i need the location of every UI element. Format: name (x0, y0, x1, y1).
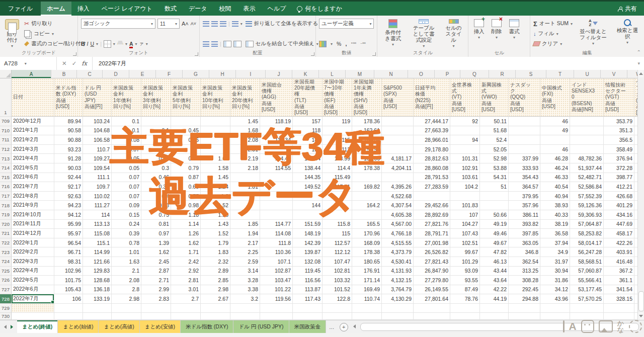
cell[interactable]: 2021年12月 (12, 229, 54, 238)
cell[interactable]: 0.1 (112, 126, 141, 136)
cell[interactable] (141, 135, 171, 145)
cell[interactable]: 111.8 (260, 238, 293, 248)
cell[interactable]: 51,937.44 (570, 163, 604, 173)
conditional-formatting-button[interactable]: 条件付き書式▾ (380, 18, 405, 49)
cell[interactable]: 1.71 (171, 247, 201, 257)
cell[interactable]: 178.38 (352, 163, 382, 173)
underline-button[interactable]: U (91, 41, 95, 47)
cell[interactable]: 109.27 (83, 154, 112, 163)
cell[interactable]: 27,821.43 (414, 257, 450, 267)
merge-center-button[interactable]: セルを結合して中央揃え▾ (246, 39, 318, 48)
cell[interactable]: 2.31 (230, 145, 260, 154)
cell[interactable] (352, 304, 382, 313)
cell[interactable]: 178.38 (352, 247, 382, 257)
cell[interactable]: 3.01 (171, 285, 201, 295)
cell[interactable]: 0.35 (141, 154, 171, 163)
cell[interactable]: 55,566.41 (570, 276, 604, 285)
cell[interactable]: 92.44 (54, 173, 83, 183)
cell[interactable]: 4,395.26 (382, 182, 414, 192)
cell[interactable] (201, 304, 230, 313)
cell[interactable] (509, 145, 540, 154)
cell[interactable]: 28,892.69 (414, 210, 450, 220)
cell[interactable]: 0.98 (171, 201, 201, 210)
cell[interactable]: 119 (323, 117, 352, 126)
cell[interactable]: 4,132.15 (382, 276, 414, 285)
cell[interactable]: 2022年1月 (12, 238, 54, 248)
row-number[interactable]: 728 (0, 294, 12, 304)
column-letter-K[interactable]: K (292, 70, 319, 78)
cell[interactable]: 109.54 (83, 163, 112, 173)
cell[interactable] (323, 304, 352, 313)
cell[interactable] (604, 304, 634, 313)
cell[interactable]: 42.22 (480, 285, 509, 295)
cell[interactable]: 358.49 (604, 145, 634, 154)
cell[interactable]: 27,001.98 (414, 238, 450, 248)
cell[interactable] (414, 192, 450, 201)
cell[interactable]: 104.2 (450, 182, 480, 192)
menu-tab-数式[interactable]: 数式 (158, 2, 183, 16)
currency-button[interactable] (319, 41, 327, 47)
cell[interactable]: 30.94 (540, 267, 570, 276)
cell[interactable]: 101.52 (323, 285, 352, 295)
vertical-scrollbar[interactable] (637, 70, 644, 320)
header-cell[interactable]: 米国政策 金利 10年債利 回り[%] (201, 78, 230, 117)
cell[interactable]: 36.58 (540, 229, 570, 238)
cell[interactable]: 50.11 (480, 117, 509, 126)
column-letter-H[interactable]: H (209, 70, 236, 78)
fill-color-button[interactable] (117, 41, 123, 47)
row-number[interactable]: 730 (0, 313, 12, 320)
cell[interactable]: 0.81 (141, 220, 171, 229)
cell[interactable]: 0.86 (171, 154, 201, 163)
cell[interactable]: 0.15 (112, 210, 141, 220)
cell[interactable] (201, 145, 230, 154)
cell[interactable]: 93.55 (450, 276, 480, 285)
cell[interactable]: 4,181.17 (382, 154, 414, 163)
cell[interactable]: 28,860.08 (414, 163, 450, 173)
sheet-tab[interactable]: 米ドル指数 (DXY) (181, 320, 234, 333)
column-letter-L[interactable]: L (319, 70, 346, 78)
dialog-launcher-icon[interactable] (311, 52, 314, 56)
header-cell[interactable]: 新興国株 式 (VWO) 高値 [USD] (480, 78, 509, 117)
cell[interactable]: 46.24 (540, 163, 570, 173)
cell[interactable]: 2.99 (141, 285, 171, 295)
cell[interactable]: 27,444.17 (414, 117, 450, 126)
cell[interactable] (141, 145, 171, 154)
cell[interactable]: 346.8 (509, 247, 540, 257)
cell[interactable]: 159.96 (352, 145, 382, 154)
cell[interactable]: 110.74 (352, 294, 382, 304)
cell[interactable]: 102.96 (54, 267, 83, 276)
orientation-button[interactable] (232, 21, 238, 27)
cell[interactable] (260, 210, 293, 220)
dialog-launcher-icon[interactable] (73, 52, 76, 56)
row-number[interactable]: 729 (0, 304, 12, 313)
cell[interactable]: 3.28 (230, 276, 260, 285)
row-number[interactable]: 724 (0, 257, 12, 267)
cell[interactable]: 110.7 (83, 145, 112, 154)
header-cell[interactable]: ナスダッ ク (QQQ) 高値 [USD] (509, 78, 540, 117)
cell[interactable]: 102.87 (260, 267, 293, 276)
cell[interactable]: 1.85 (230, 220, 260, 229)
column-letter-N[interactable]: N (374, 70, 408, 78)
cell[interactable]: 0.77 (171, 192, 201, 201)
percent-button[interactable]: % (337, 41, 341, 47)
header-cell[interactable]: インド SENSEX3 0 (BSESN) 高値[INR] (570, 78, 604, 117)
cell[interactable]: 58,253.82 (570, 229, 604, 238)
cell[interactable]: 2.59 (230, 257, 260, 267)
cell[interactable]: 27,801.64 (414, 294, 450, 304)
menu-tab-表示[interactable]: 表示 (237, 2, 262, 16)
cell[interactable] (201, 313, 230, 320)
cell[interactable]: 2021年8月 (12, 192, 54, 201)
font-color-button[interactable]: A (129, 41, 133, 47)
cell[interactable]: 2.92 (171, 267, 201, 276)
cell[interactable]: 0.07 (112, 182, 141, 192)
cell[interactable]: 40.94 (540, 192, 570, 201)
cell[interactable]: 107.1 (260, 257, 293, 267)
cell[interactable]: 59,306.93 (570, 210, 604, 220)
cell[interactable]: 3.2 (230, 294, 260, 304)
column-letter-C[interactable]: C (77, 70, 103, 78)
cell[interactable]: 114.99 (83, 247, 112, 257)
cell[interactable]: 412.21 (604, 182, 634, 192)
cell[interactable]: 2.25 (230, 247, 260, 257)
cell[interactable]: 2021年3月 (12, 145, 54, 154)
sheet-tab[interactable]: まとめ(終値) (17, 320, 58, 333)
